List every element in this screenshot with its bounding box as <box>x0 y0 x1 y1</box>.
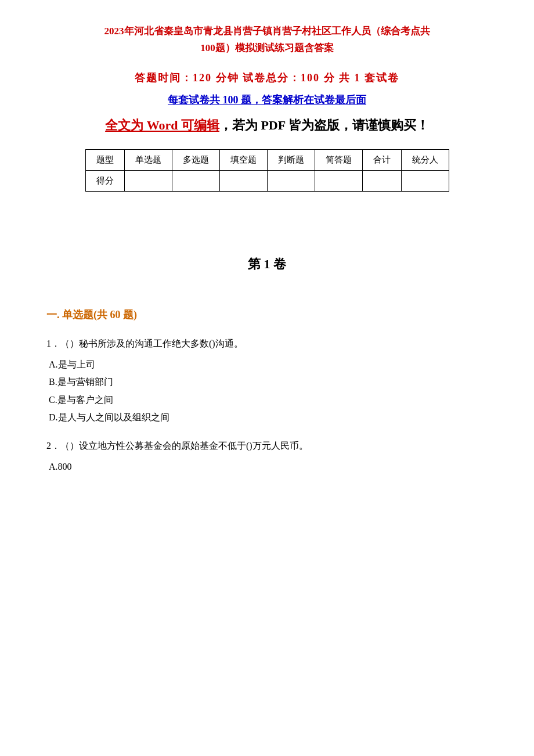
spacer <box>46 203 488 250</box>
table-data-cell <box>315 170 362 191</box>
table-header-cell: 统分人 <box>401 149 449 170</box>
option-item: D.是人与人之间以及组织之间 <box>49 409 488 426</box>
options-list: A.800 <box>49 458 488 476</box>
title-line2: 100题）模拟测试练习题含答案 <box>46 40 488 57</box>
table-data-cell: 得分 <box>85 170 124 191</box>
questions-container: 1．（）秘书所涉及的沟通工作绝大多数()沟通。A.是与上司B.是与营销部门C.是… <box>46 336 488 476</box>
table-header-cell: 题型 <box>85 149 124 170</box>
option-item: C.是与客户之间 <box>49 391 488 409</box>
exam-info: 答题时间：120 分钟 试卷总分：100 分 共 1 套试卷 <box>46 71 488 85</box>
question-item: 1．（）秘书所涉及的沟通工作绝大多数()沟通。A.是与上司B.是与营销部门C.是… <box>46 336 488 426</box>
word-notice-part1: 全文为 Word 可编辑 <box>105 118 219 132</box>
table-header-cell: 填空题 <box>219 149 267 170</box>
options-list: A.是与上司B.是与营销部门C.是与客户之间D.是人与人之间以及组织之间 <box>49 356 488 427</box>
table-header-cell: 合计 <box>362 149 401 170</box>
table-header-cell: 多选题 <box>172 149 219 170</box>
score-table: 题型单选题多选题填空题判断题简答题合计统分人得分 <box>85 149 449 192</box>
document-title: 2023年河北省秦皇岛市青龙县肖营子镇肖营子村社区工作人员（综合考点共 100题… <box>46 23 488 57</box>
exam-note: 每套试卷共 100 题，答案解析在试卷最后面 <box>46 93 488 107</box>
word-notice: 全文为 Word 可编辑，若为 PDF 皆为盗版，请谨慎购买！ <box>46 115 488 135</box>
option-item: A.800 <box>49 458 488 476</box>
category-title: 一. 单选题(共 60 题) <box>46 308 488 322</box>
word-notice-part2: ，若为 PDF 皆为盗版，请谨慎购买！ <box>219 118 429 132</box>
title-line1: 2023年河北省秦皇岛市青龙县肖营子镇肖营子村社区工作人员（综合考点共 <box>46 23 488 40</box>
option-item: A.是与上司 <box>49 356 488 373</box>
table-data-cell <box>172 170 219 191</box>
table-data-cell <box>362 170 401 191</box>
question-text: 1．（）秘书所涉及的沟通工作绝大多数()沟通。 <box>46 336 488 352</box>
table-data-cell <box>124 170 172 191</box>
table-data-cell <box>401 170 449 191</box>
question-text: 2．（）设立地方性公募基金会的原始基金不低于()万元人民币。 <box>46 438 488 455</box>
table-header-cell: 单选题 <box>124 149 172 170</box>
question-item: 2．（）设立地方性公募基金会的原始基金不低于()万元人民币。A.800 <box>46 438 488 476</box>
table-data-cell <box>267 170 315 191</box>
table-header-cell: 判断题 <box>267 149 315 170</box>
table-data-cell <box>219 170 267 191</box>
option-item: B.是与营销部门 <box>49 373 488 391</box>
table-header-cell: 简答题 <box>315 149 362 170</box>
volume-title: 第 1 卷 <box>46 255 488 273</box>
